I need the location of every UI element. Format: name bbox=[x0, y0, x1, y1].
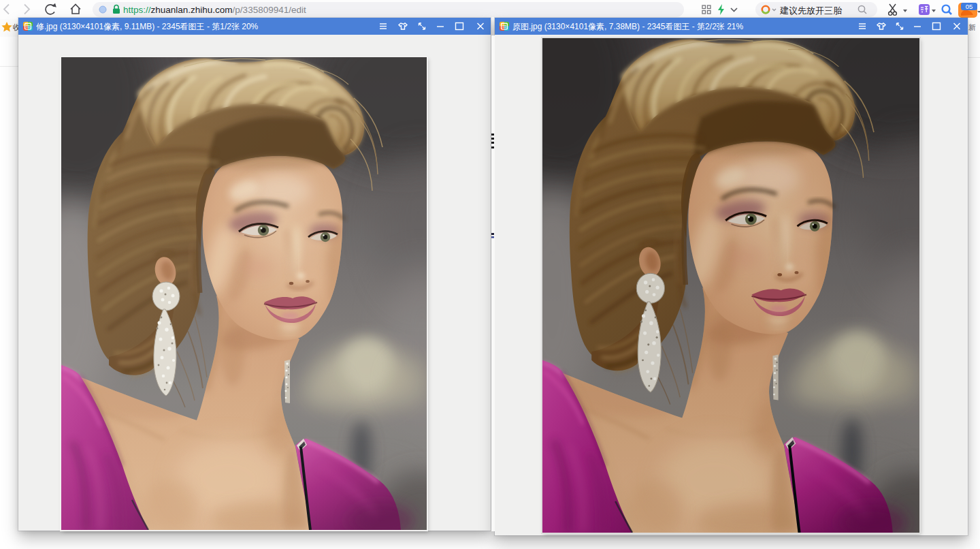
svg-text:05: 05 bbox=[966, 3, 973, 10]
